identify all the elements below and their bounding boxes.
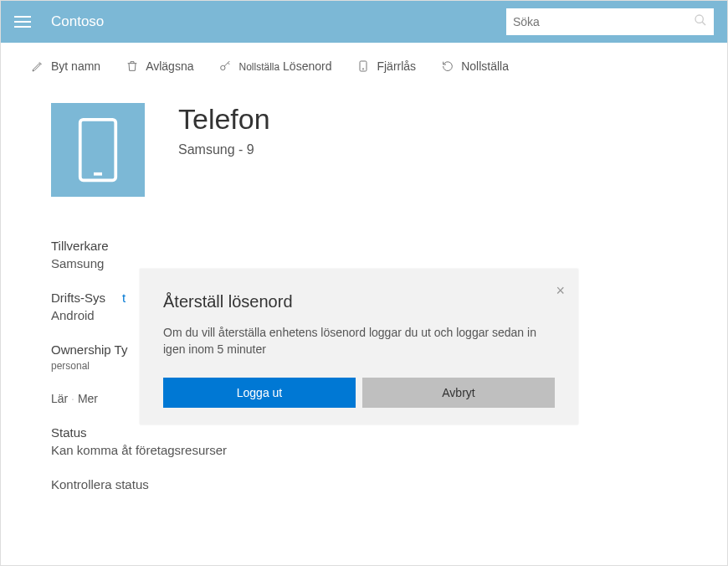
status-block: Status Kan komma åt företagsresurser <box>51 425 677 457</box>
dialog-body: Om du vill återställa enhetens lösenord … <box>163 325 555 358</box>
rename-button[interactable]: Byt namn <box>31 59 100 73</box>
remote-lock-label: Fjärrlås <box>377 59 416 73</box>
pencil-icon <box>31 59 44 73</box>
cancel-button[interactable]: Avbryt <box>362 378 555 408</box>
device-subtitle: Samsung - 9 <box>178 142 270 157</box>
reset-password-label: Nollställa Lösenord <box>238 59 331 73</box>
device-tile <box>51 103 145 197</box>
reset-password-dialog: × Återställ lösenord Om du vill återstäl… <box>140 269 578 424</box>
reset-label: Nollställa <box>461 59 509 73</box>
remove-label: Avlägsna <box>146 59 193 73</box>
rename-label: Byt namn <box>51 59 100 73</box>
dialog-title: Återställ lösenord <box>163 292 555 311</box>
brand-title: Contoso <box>51 13 104 30</box>
search-input[interactable] <box>513 15 694 28</box>
svg-point-4 <box>363 69 364 69</box>
reset-password-button[interactable]: Nollställa Lösenord <box>218 59 331 73</box>
key-icon <box>218 59 232 73</box>
trash-icon <box>126 59 139 73</box>
search-icon[interactable] <box>694 13 707 30</box>
status-value: Kan komma åt företagsresurser <box>51 443 677 457</box>
manufacturer-label: Tillverkare <box>51 239 677 253</box>
reset-icon <box>441 59 454 73</box>
check-status-link[interactable]: Kontrollera status <box>51 477 677 491</box>
manufacturer-block: Tillverkare Samsung <box>51 239 677 270</box>
dialog-buttons: Logga ut Avbryt <box>163 378 555 408</box>
svg-point-2 <box>221 65 225 69</box>
svg-point-0 <box>695 15 703 23</box>
close-icon[interactable]: × <box>556 282 565 300</box>
logout-button[interactable]: Logga ut <box>163 378 356 408</box>
remote-lock-button[interactable]: Fjärrlås <box>356 59 416 73</box>
device-title: Telefon <box>178 103 270 136</box>
remove-button[interactable]: Avlägsna <box>126 59 193 73</box>
status-label: Status <box>51 425 677 440</box>
phone-icon <box>77 116 119 183</box>
device-title-block: Telefon Samsung - 9 <box>178 103 270 157</box>
action-toolbar: Byt namn Avlägsna Nollställa Lösenord Fj… <box>1 43 727 86</box>
search-box[interactable] <box>506 8 714 35</box>
menu-icon[interactable] <box>14 12 34 32</box>
svg-line-1 <box>702 22 705 25</box>
device-header: Telefon Samsung - 9 <box>51 103 677 197</box>
svg-rect-5 <box>80 120 116 181</box>
lock-icon <box>356 59 370 73</box>
reset-button[interactable]: Nollställa <box>441 59 509 73</box>
top-bar: Contoso <box>1 1 727 43</box>
